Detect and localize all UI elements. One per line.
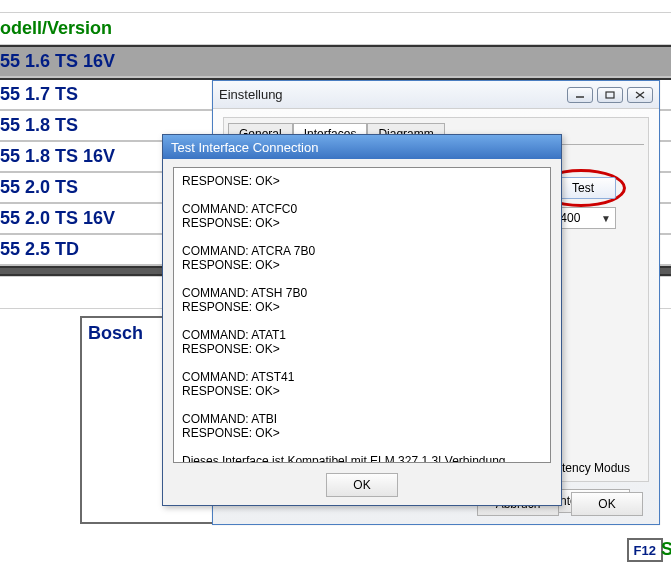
test-connection-dialog: Test Interface Connection RESPONSE: OK> … bbox=[162, 134, 562, 506]
chevron-down-icon: ▼ bbox=[601, 213, 611, 224]
dialog-ok-button[interactable]: OK bbox=[326, 473, 398, 497]
f12-button[interactable]: F12 bbox=[627, 538, 663, 562]
window-title: Einstellung bbox=[219, 87, 567, 102]
ok-button[interactable]: OK bbox=[571, 492, 643, 516]
page-header: odell/Version bbox=[0, 12, 671, 45]
control-unit-label: Bosch bbox=[88, 323, 143, 343]
maximize-button[interactable] bbox=[597, 87, 623, 103]
window-titlebar: Einstellung bbox=[213, 81, 659, 109]
svg-rect-1 bbox=[606, 92, 614, 98]
list-item[interactable]: 55 1.6 TS 16V bbox=[0, 47, 671, 78]
minimize-button[interactable] bbox=[567, 87, 593, 103]
dialog-log: RESPONSE: OK> COMMAND: ATCFC0 RESPONSE: … bbox=[173, 167, 551, 463]
close-button[interactable] bbox=[627, 87, 653, 103]
su-label: Su bbox=[661, 539, 671, 560]
dialog-title: Test Interface Connection bbox=[163, 135, 561, 159]
